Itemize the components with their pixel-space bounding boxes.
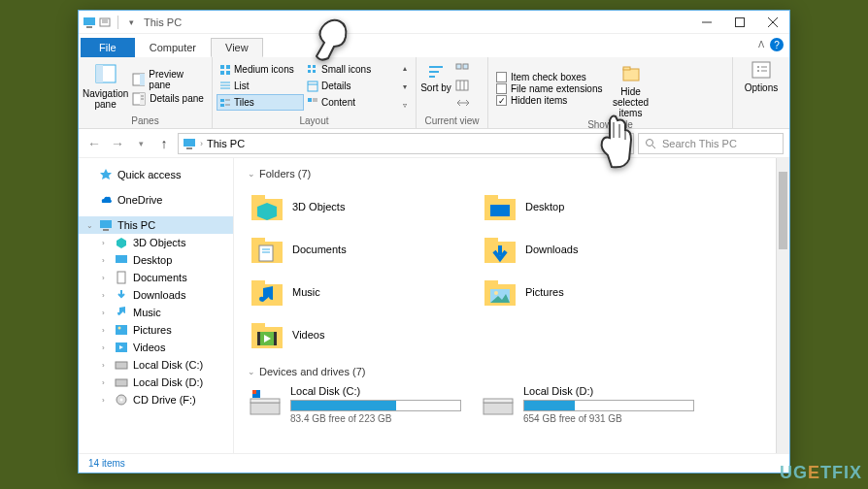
file-name-extensions-toggle[interactable]: File name extensions: [496, 83, 603, 94]
sidebar-item-desktop[interactable]: ›Desktop: [79, 251, 233, 269]
folder-pictures[interactable]: Pictures: [481, 273, 694, 311]
maximize-button[interactable]: [723, 11, 756, 34]
svg-point-64: [118, 327, 121, 330]
options-button[interactable]: Options: [737, 59, 785, 114]
svg-rect-83: [484, 238, 498, 244]
sidebar-item-onedrive[interactable]: OneDrive: [79, 191, 233, 209]
sidebar-item-quick-access[interactable]: Quick access: [79, 166, 233, 183]
tab-file[interactable]: File: [81, 38, 135, 57]
address-dropdown-icon[interactable]: ⌄: [608, 138, 616, 148]
layout-scroll[interactable]: ▴▾▿: [398, 59, 412, 114]
add-columns-icon[interactable]: [455, 80, 471, 93]
svg-rect-85: [251, 280, 265, 286]
group-by-icon[interactable]: [455, 63, 471, 77]
svg-rect-19: [220, 71, 224, 75]
sidebar-item-documents[interactable]: ›Documents: [79, 269, 233, 286]
svg-rect-22: [313, 65, 316, 68]
ribbon-group-current-view: Sort by Current view: [417, 57, 488, 128]
svg-rect-63: [116, 325, 127, 335]
svg-rect-0: [83, 17, 95, 25]
svg-rect-76: [490, 205, 510, 216]
svg-rect-24: [313, 70, 316, 73]
svg-rect-102: [484, 399, 513, 403]
sidebar-item-videos[interactable]: ›Videos: [79, 339, 233, 356]
svg-point-51: [757, 70, 759, 72]
folder-documents[interactable]: Documents: [248, 230, 461, 269]
svg-rect-6: [736, 17, 745, 26]
hidden-items-toggle[interactable]: ✓Hidden items: [496, 95, 603, 106]
folder-desktop[interactable]: Desktop: [481, 187, 694, 226]
ribbon-group-showhide: Item check boxes File name extensions ✓H…: [488, 57, 733, 128]
svg-rect-42: [456, 81, 468, 90]
title-bar: ▾ This PC: [79, 11, 789, 34]
back-button[interactable]: ←: [84, 134, 104, 153]
sidebar-item-3d-objects[interactable]: ›3D Objects: [79, 234, 233, 251]
sidebar-item-pictures[interactable]: ›Pictures: [79, 321, 233, 339]
svg-rect-17: [220, 65, 224, 69]
sidebar-item-downloads[interactable]: ›Downloads: [79, 286, 233, 304]
svg-rect-58: [100, 220, 112, 228]
svg-rect-59: [103, 229, 109, 231]
breadcrumb[interactable]: › This PC ⌄⟳: [178, 133, 634, 154]
qat-dropdown-icon[interactable]: ▾: [124, 16, 138, 29]
svg-rect-47: [623, 67, 630, 70]
hide-selected-button[interactable]: Hide selected items: [607, 63, 655, 118]
svg-rect-10: [96, 65, 103, 82]
main-scrollbar[interactable]: [776, 158, 789, 453]
folder-downloads[interactable]: Downloads: [481, 230, 694, 269]
folder-videos[interactable]: Videos: [248, 315, 461, 354]
drives-group-header[interactable]: ⌄Devices and drives (7): [248, 366, 776, 377]
window-title: This PC: [144, 16, 182, 28]
refresh-button[interactable]: ⟳: [621, 138, 629, 148]
sort-by-button[interactable]: Sort by: [420, 63, 451, 93]
content-area: Quick access OneDrive ⌄This PC ›3D Objec…: [79, 158, 789, 453]
svg-rect-95: [274, 332, 277, 345]
size-columns-icon[interactable]: [455, 96, 471, 110]
svg-rect-101: [484, 403, 513, 414]
sidebar-item-music[interactable]: ›Music: [79, 304, 233, 321]
properties-icon[interactable]: [98, 16, 112, 29]
help-button[interactable]: ?: [770, 38, 784, 51]
tab-view[interactable]: View: [211, 38, 263, 57]
close-button[interactable]: [756, 11, 789, 34]
svg-rect-18: [226, 65, 230, 69]
navigation-pane: Quick access OneDrive ⌄This PC ›3D Objec…: [79, 158, 234, 453]
sidebar-item-thispc[interactable]: ⌄This PC: [79, 216, 233, 234]
sidebar-item-local-disk-d[interactable]: ›Local Disk (D:): [79, 374, 233, 391]
forward-button[interactable]: →: [108, 134, 127, 153]
minimize-button[interactable]: [690, 11, 723, 34]
svg-rect-98: [250, 399, 280, 403]
svg-rect-94: [257, 332, 260, 345]
sidebar-item-cd-drive[interactable]: ›CD Drive (F:): [79, 391, 233, 408]
drive-d[interactable]: Local Disk (D:) 654 GB free of 931 GB: [481, 385, 694, 424]
svg-marker-60: [117, 238, 126, 248]
sidebar-item-local-disk-c[interactable]: ›Local Disk (C:): [79, 356, 233, 374]
main-view: ⌄Folders (7) 3D Objects Desktop Document…: [234, 158, 789, 453]
search-input[interactable]: Search This PC: [638, 133, 784, 154]
item-check-boxes-toggle[interactable]: Item check boxes: [496, 72, 603, 82]
folder-3d-objects[interactable]: 3D Objects: [248, 187, 461, 226]
tab-computer[interactable]: Computer: [135, 38, 211, 57]
collapse-ribbon-icon[interactable]: ᐱ: [758, 40, 764, 49]
recent-locations-button[interactable]: ▾: [131, 134, 150, 153]
svg-point-49: [757, 66, 759, 68]
ribbon-group-layout: Medium icons Small icons List Details Ti…: [213, 57, 417, 128]
pc-icon: [83, 16, 96, 29]
layout-gallery[interactable]: Medium icons Small icons List Details Ti…: [217, 59, 398, 114]
svg-rect-1: [86, 26, 92, 28]
svg-rect-75: [484, 195, 498, 201]
navigation-pane-button[interactable]: Navigation pane: [83, 59, 128, 114]
ribbon: Navigation pane Preview pane Details pan…: [79, 57, 789, 129]
svg-rect-34: [308, 98, 312, 102]
svg-rect-54: [186, 147, 192, 149]
svg-point-70: [120, 399, 123, 402]
search-icon: [645, 138, 656, 149]
folders-group-header[interactable]: ⌄Folders (7): [248, 168, 776, 179]
up-button[interactable]: ↑: [154, 134, 174, 153]
preview-pane-button[interactable]: Preview pane: [132, 69, 204, 90]
drive-c[interactable]: Local Disk (C:) 83.4 GB free of 223 GB: [248, 385, 461, 424]
details-pane-button[interactable]: Details pane: [132, 92, 204, 106]
svg-marker-57: [100, 169, 112, 179]
folder-music[interactable]: Music: [248, 273, 461, 311]
svg-rect-32: [220, 104, 224, 107]
